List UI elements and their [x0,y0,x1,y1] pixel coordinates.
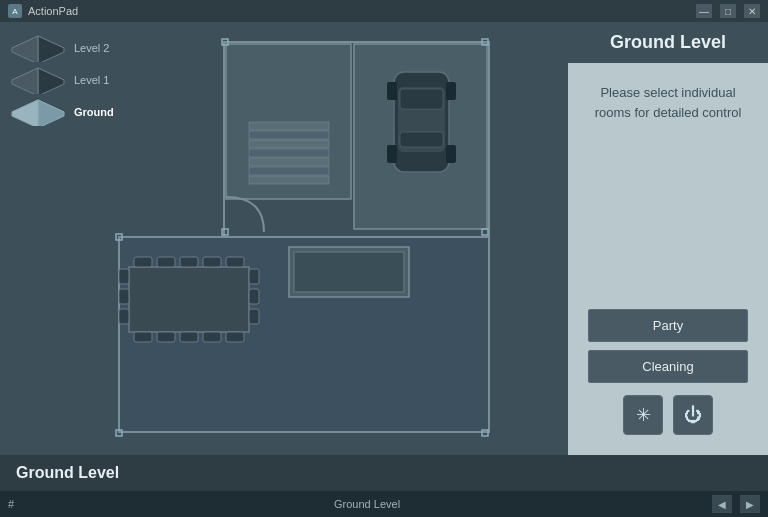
svg-marker-2 [12,36,38,62]
maximize-button[interactable]: □ [720,4,736,18]
bottom-label-bar: Ground Level [0,455,768,491]
level-2-icon [10,34,66,62]
scene-buttons: Party Cleaning [568,309,768,383]
cleaning-button[interactable]: Cleaning [588,350,748,383]
minimize-button[interactable]: — [696,4,712,18]
svg-rect-35 [203,257,221,267]
left-panel: Level 2 Level 1 Ground [0,22,568,455]
svg-rect-15 [387,82,397,100]
level-2-item[interactable]: Level 2 [10,34,114,62]
svg-rect-25 [249,140,329,148]
svg-rect-41 [226,332,244,342]
main-content: Level 2 Level 1 Ground [0,22,768,455]
svg-rect-46 [249,289,259,304]
status-nav: ◀ ▶ [712,495,760,513]
svg-rect-49 [294,252,404,292]
svg-rect-24 [249,131,329,139]
svg-rect-18 [446,145,456,163]
svg-rect-39 [180,332,198,342]
svg-rect-16 [446,82,456,100]
title-bar-controls[interactable]: — □ ✕ [696,4,760,18]
status-center-text: Ground Level [22,498,712,510]
svg-rect-53 [482,229,488,235]
svg-rect-13 [400,89,443,109]
power-icon: ⏻ [684,405,702,426]
nav-prev-button[interactable]: ◀ [712,495,732,513]
icon-buttons: ✳ ⏻ [623,395,713,435]
nav-next-button[interactable]: ▶ [740,495,760,513]
status-bar: # Ground Level ◀ ▶ [0,491,768,517]
level-selector: Level 2 Level 1 Ground [10,34,114,126]
svg-rect-37 [134,332,152,342]
app-title: ActionPad [28,5,78,17]
brightness-button[interactable]: ✳ [623,395,663,435]
svg-rect-17 [387,145,397,163]
brightness-icon: ✳ [636,404,651,426]
svg-rect-38 [157,332,175,342]
title-bar: A ActionPad — □ ✕ [0,0,768,22]
svg-rect-42 [119,269,129,284]
svg-rect-23 [249,122,329,130]
level-2-label: Level 2 [74,42,109,54]
level-1-icon [10,66,66,94]
svg-rect-31 [129,267,249,332]
svg-marker-5 [12,68,38,94]
svg-rect-26 [249,149,329,157]
bottom-label-text: Ground Level [16,464,119,482]
svg-rect-40 [203,332,221,342]
svg-rect-32 [134,257,152,267]
svg-rect-34 [180,257,198,267]
status-hash: # [8,498,14,510]
svg-rect-33 [157,257,175,267]
svg-rect-28 [249,167,329,175]
svg-rect-29 [249,176,329,184]
svg-rect-14 [400,132,443,147]
svg-marker-8 [12,100,38,126]
power-button[interactable]: ⏻ [673,395,713,435]
ground-label: Ground [74,106,114,118]
svg-rect-47 [249,309,259,324]
right-panel-header: Ground Level [568,22,768,63]
title-bar-left: A ActionPad [8,4,78,18]
svg-rect-27 [249,158,329,166]
svg-marker-1 [38,36,64,62]
party-button[interactable]: Party [588,309,748,342]
svg-rect-45 [249,269,259,284]
svg-rect-36 [226,257,244,267]
svg-marker-4 [38,68,64,94]
app-icon: A [8,4,22,18]
ground-icon [10,98,66,126]
svg-rect-44 [119,309,129,324]
level-1-item[interactable]: Level 1 [10,66,114,94]
right-panel: Ground Level Please select individual ro… [568,22,768,455]
ground-item[interactable]: Ground [10,98,114,126]
close-button[interactable]: ✕ [744,4,760,18]
svg-rect-43 [119,289,129,304]
svg-marker-7 [38,100,64,126]
right-panel-description: Please select individual rooms for detai… [568,63,768,142]
level-1-label: Level 1 [74,74,109,86]
